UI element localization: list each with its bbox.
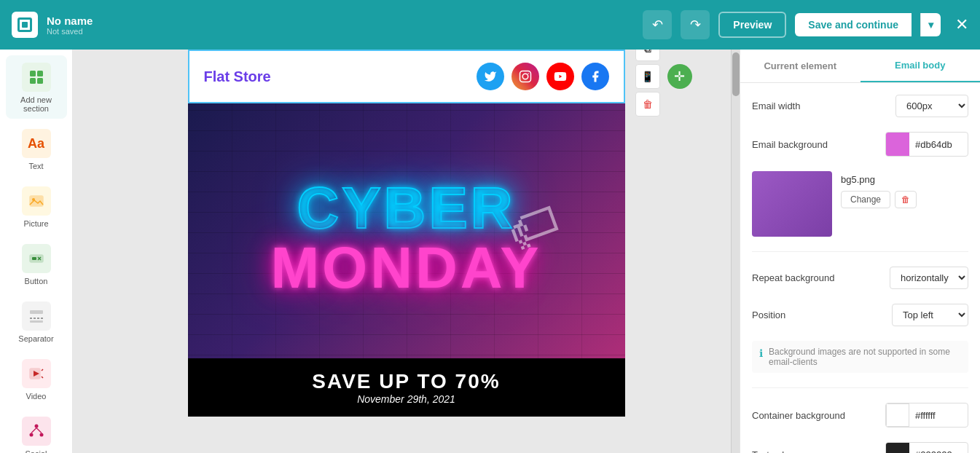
- text-color-value[interactable]: [909, 446, 968, 454]
- text-color-row: Text color: [752, 442, 968, 453]
- email-social-icons: [477, 63, 609, 90]
- svg-rect-7: [32, 257, 36, 260]
- sidebar-separator-label: Separator: [18, 334, 53, 343]
- move-handle[interactable]: ✛: [667, 64, 692, 89]
- svg-rect-4: [30, 196, 43, 206]
- email-width-row: Email width 600px 500px 700px 800px: [752, 95, 968, 117]
- separator-icon: [22, 302, 51, 331]
- topbar: No name Not saved ↶ ↷ Preview Save and c…: [0, 0, 980, 50]
- container-background-color-input: [885, 403, 968, 428]
- email-width-label: Email width: [752, 101, 800, 111]
- svg-rect-12: [30, 320, 43, 323]
- bg-image-actions: Change 🗑: [841, 191, 917, 208]
- position-select[interactable]: Top left Top center Top right Center Bot…: [892, 304, 968, 326]
- email-background-color-value[interactable]: [909, 136, 968, 153]
- facebook-icon[interactable]: [581, 63, 609, 90]
- app-title-area: No name Not saved: [47, 15, 93, 36]
- email-background-color-swatch[interactable]: [886, 133, 909, 156]
- app-title: No name: [47, 15, 93, 27]
- svg-point-23: [522, 74, 528, 79]
- position-row: Position Top left Top center Top right C…: [752, 304, 968, 326]
- social-icon: [22, 417, 51, 446]
- repeat-background-label: Repeat background: [752, 272, 834, 283]
- bg-image-section: bg5.png Change 🗑: [752, 171, 968, 237]
- undo-button[interactable]: ↶: [643, 10, 672, 39]
- tab-email-body[interactable]: Email body: [861, 50, 981, 82]
- email-logo-text: Flat Store: [204, 68, 271, 85]
- save-title-text: SAVE UP TO 70%: [188, 370, 625, 393]
- svg-point-17: [34, 425, 38, 428]
- close-button[interactable]: ✕: [955, 15, 968, 34]
- email-header-section[interactable]: Flat Store: [188, 50, 625, 103]
- panel-tabs: Current element Email body: [740, 50, 980, 83]
- svg-rect-10: [30, 310, 43, 314]
- delete-bg-image-button[interactable]: 🗑: [895, 191, 917, 208]
- button-icon: [22, 244, 51, 273]
- svg-rect-0: [30, 71, 36, 76]
- sidebar-item-text[interactable]: Aa Text: [6, 122, 67, 176]
- svg-line-16: [42, 377, 43, 378]
- sidebar-item-button[interactable]: Button: [6, 237, 67, 291]
- delete-section-button[interactable]: 🗑: [635, 92, 660, 117]
- youtube-icon[interactable]: [546, 63, 574, 90]
- sidebar-item-separator[interactable]: Separator: [6, 294, 67, 349]
- scrollbar-thumb: [732, 52, 740, 96]
- sidebar-text-label: Text: [28, 162, 43, 170]
- email-background-color-input: [885, 132, 968, 157]
- repeat-background-row: Repeat background no-repeat horizontally…: [752, 267, 968, 289]
- save-dropdown-button[interactable]: ▾: [920, 13, 941, 36]
- main-layout: Add new section Aa Text Picture: [0, 50, 980, 453]
- sidebar-item-social[interactable]: Social: [6, 409, 67, 453]
- sidebar-add-section-label: Add new section: [12, 95, 61, 113]
- canvas-vertical-scrollbar[interactable]: [731, 50, 740, 453]
- position-label: Position: [752, 310, 785, 320]
- text-color-swatch[interactable]: [886, 443, 909, 453]
- bg-image-filename: bg5.png: [841, 174, 917, 185]
- sidebar-picture-label: Picture: [23, 219, 48, 228]
- bg-info-text: Background images are not supported in s…: [769, 347, 961, 367]
- cyber-text-wrapper: CYBER MONDAY: [270, 175, 541, 302]
- sidebar-button-label: Button: [25, 277, 48, 285]
- svg-rect-22: [520, 71, 530, 82]
- twitter-icon[interactable]: [477, 63, 504, 90]
- sidebar-item-add-new-section[interactable]: Add new section: [6, 55, 67, 119]
- panel-divider-1: [752, 251, 968, 252]
- duplicate-section-button[interactable]: ⧉: [635, 50, 660, 61]
- svg-rect-3: [37, 78, 43, 84]
- save-date-text: November 29th, 2021: [188, 393, 625, 405]
- logo-icon: [17, 17, 32, 32]
- repeat-background-select[interactable]: no-repeat horizontally vertically both: [890, 267, 968, 289]
- svg-rect-1: [37, 71, 43, 76]
- change-bg-image-button[interactable]: Change: [841, 191, 890, 208]
- preview-button[interactable]: Preview: [718, 12, 786, 38]
- instagram-icon[interactable]: [511, 63, 539, 90]
- save-continue-button[interactable]: Save and continue: [795, 13, 912, 36]
- sidebar-item-video[interactable]: Video: [6, 352, 67, 406]
- cyber-text-line1: CYBER: [297, 175, 515, 242]
- cyber-text-line2: MONDAY: [270, 235, 541, 302]
- sidebar-video-label: Video: [26, 392, 47, 401]
- container-background-swatch[interactable]: [886, 403, 909, 427]
- text-color-input: [885, 442, 968, 453]
- canvas-area: Flat Store: [73, 50, 740, 453]
- logo-inner: [22, 22, 28, 28]
- tab-current-element[interactable]: Current element: [740, 50, 861, 82]
- svg-point-18: [29, 433, 33, 437]
- text-icon: Aa: [22, 129, 51, 158]
- panel-divider-2: [752, 387, 968, 388]
- info-icon: ℹ: [759, 347, 763, 359]
- container-background-color-value[interactable]: [909, 407, 968, 424]
- email-width-select[interactable]: 600px 500px 700px 800px: [895, 95, 968, 117]
- sidebar-item-picture[interactable]: Picture: [6, 179, 67, 234]
- redo-button[interactable]: ↷: [681, 10, 710, 39]
- bg-image-preview: [752, 171, 832, 237]
- bg-info-row: ℹ Background images are not supported in…: [752, 341, 968, 373]
- email-background-row: Email background: [752, 132, 968, 157]
- text-color-label: Text color: [752, 449, 793, 454]
- email-image-section: CYBER MONDAY 🏷 SAVE UP TO 70% November 2…: [188, 103, 625, 417]
- mobile-view-button[interactable]: 📱: [635, 64, 660, 89]
- sidebar-social-label: Social: [26, 449, 47, 453]
- app-subtitle: Not saved: [47, 27, 93, 36]
- bg-image-info-area: bg5.png Change 🗑: [841, 171, 917, 208]
- picture-icon: [22, 186, 51, 216]
